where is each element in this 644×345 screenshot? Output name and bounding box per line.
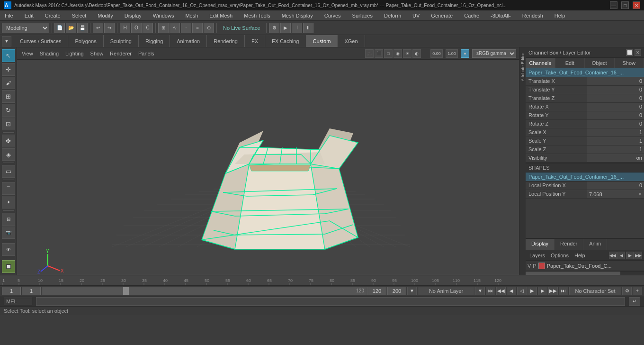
menu-create[interactable]: Create xyxy=(42,12,63,19)
menu-modify[interactable]: Modify xyxy=(95,12,116,19)
open-scene-button[interactable]: 📂 xyxy=(66,23,76,33)
timeline-numbers[interactable]: 1 5 10 15 20 25 30 35 40 45 50 xyxy=(0,275,644,285)
pb-dropdown-button[interactable]: ▼ xyxy=(407,287,417,295)
char-set-extra-button[interactable]: + xyxy=(633,287,642,295)
menu-mesh-tools[interactable]: Mesh Tools xyxy=(241,12,273,19)
universal-manip-button[interactable]: ✤ xyxy=(2,135,15,147)
marquee-button[interactable]: ▭ xyxy=(2,165,15,178)
channel-box-close-icon[interactable]: ✕ xyxy=(635,49,641,56)
redo-button[interactable]: ↪ xyxy=(104,23,115,33)
vt-view[interactable]: View xyxy=(20,50,35,57)
pb-step-back-button[interactable]: ◀ xyxy=(507,287,516,295)
vt-shading[interactable]: Shading xyxy=(38,50,61,57)
layer-render-button[interactable]: P xyxy=(533,263,536,269)
rotate-tool-button[interactable]: ↻ xyxy=(2,104,15,117)
vt-smooth-icon[interactable]: ◉ xyxy=(394,49,402,58)
snap-surface-button[interactable]: ≈ xyxy=(192,23,203,33)
cb-tab-show[interactable]: Show xyxy=(615,58,644,68)
menu-curves[interactable]: Curves xyxy=(322,12,344,19)
layer-color-swatch[interactable] xyxy=(538,263,545,269)
soft-manip-button[interactable]: ◈ xyxy=(2,148,15,161)
layers-nav-prev[interactable]: ◀ xyxy=(617,252,625,259)
snap-curve-button[interactable]: ∿ xyxy=(170,23,180,33)
pb-step-fwd-button[interactable]: ▶ xyxy=(538,287,547,295)
dt-anim-tab[interactable]: Anim xyxy=(583,239,607,250)
layers-nav-back[interactable]: ◀◀ xyxy=(609,252,617,259)
minimize-button[interactable]: — xyxy=(610,1,617,9)
cb-scale-x-value[interactable]: 1 xyxy=(587,128,644,136)
cb-tab-object[interactable]: Object xyxy=(585,58,615,68)
menu-display[interactable]: Display xyxy=(122,12,144,19)
attribute-editor-tab-label[interactable]: Attribute Editor xyxy=(520,51,525,83)
menu-cache[interactable]: Cache xyxy=(461,12,482,19)
select-by-hierarchy-button[interactable]: H xyxy=(120,23,130,33)
layers-scrollbar[interactable] xyxy=(526,271,644,275)
tab-xgen[interactable]: XGen xyxy=(338,35,365,47)
move-tool-button[interactable]: ✛ xyxy=(2,63,15,76)
render-button[interactable]: ▶ xyxy=(280,23,291,33)
select-by-component-button[interactable]: C xyxy=(143,23,153,33)
cb-translate-z-value[interactable]: 0 xyxy=(587,94,644,102)
scale-tool-button[interactable]: ⊡ xyxy=(2,118,15,130)
menu-mesh-display[interactable]: Mesh Display xyxy=(279,12,316,19)
cb-translate-x-value[interactable]: 0 xyxy=(587,77,644,85)
pause-render-button[interactable]: ⏸ xyxy=(303,23,313,33)
cb-tab-channels[interactable]: Channels xyxy=(526,58,555,68)
viewport-canvas[interactable]: X Y Z persp xyxy=(17,60,519,275)
camera-button[interactable]: 📷 xyxy=(2,227,15,239)
viewport[interactable]: View Shading Lighting Show Renderer Pane… xyxy=(17,47,519,275)
vt-shadow-icon[interactable]: ◐ xyxy=(412,49,421,58)
cb-tab-edit[interactable]: Edit xyxy=(555,58,585,68)
script-mode-button[interactable]: MEL xyxy=(4,298,32,305)
cb-scale-y-value[interactable]: 1 xyxy=(587,137,644,145)
vt-panels[interactable]: Panels xyxy=(136,50,156,57)
close-button[interactable]: ✕ xyxy=(633,1,640,9)
menu-mesh[interactable]: Mesh xyxy=(182,12,201,19)
dt-display-tab[interactable]: Display xyxy=(526,239,555,250)
shapes-object-name[interactable]: Paper_Take_Out_Food_Container_16_... xyxy=(526,172,644,182)
quick-layout-button[interactable]: 🔲 xyxy=(2,260,15,273)
anim-layer-selector[interactable]: No Anim Layer xyxy=(418,287,474,295)
playback-range-bar[interactable]: 120 xyxy=(42,287,367,295)
vt-mesh-icon[interactable]: ⬛ xyxy=(375,49,383,58)
layers-nav-fwd[interactable]: ▶▶ xyxy=(635,252,642,259)
maximize-button[interactable]: □ xyxy=(621,1,629,9)
cb-rotate-y-value[interactable]: 0 xyxy=(587,111,644,119)
vt-show[interactable]: Show xyxy=(89,50,106,57)
layers-scroll-thumb[interactable] xyxy=(526,272,620,275)
playback-range-thumb[interactable] xyxy=(123,287,129,295)
tab-custom[interactable]: Custom xyxy=(306,35,338,47)
cb-translate-y-value[interactable]: 0 xyxy=(587,86,644,94)
menu-uv[interactable]: UV xyxy=(410,12,422,19)
select-by-object-button[interactable]: O xyxy=(131,23,142,33)
tab-fx-caching[interactable]: FX Caching xyxy=(265,35,306,47)
layers-nav-next[interactable]: ▶ xyxy=(626,252,634,259)
end-frame-field[interactable] xyxy=(367,287,386,295)
pb-next-frame-button[interactable]: ▶▶ xyxy=(548,287,558,295)
cb-local-pos-x-value[interactable]: 0 xyxy=(587,182,644,190)
vt-camera-icon[interactable]: 🎥 xyxy=(365,49,374,58)
vt-lighting[interactable]: Lighting xyxy=(63,50,86,57)
cb-rotate-z-value[interactable]: 0 xyxy=(587,120,644,128)
layers-label[interactable]: Layers xyxy=(528,252,547,259)
pb-prev-frame-button[interactable]: ◀◀ xyxy=(496,287,506,295)
snap-live-button[interactable]: ⊙ xyxy=(204,23,214,33)
tab-polygons[interactable]: Polygons xyxy=(68,35,103,47)
pb-go-end-button[interactable]: ⏭ xyxy=(559,287,568,295)
vt-renderer[interactable]: Renderer xyxy=(108,50,134,57)
menu-edit-mesh[interactable]: Edit Mesh xyxy=(206,12,235,19)
tab-menu-button[interactable]: ▼ xyxy=(2,36,11,46)
current-frame-field[interactable] xyxy=(22,287,41,295)
tab-curves-surfaces[interactable]: Curves / Surfaces xyxy=(13,35,68,47)
mode-selector[interactable]: Modeling xyxy=(2,23,49,33)
vt-wireframe-icon[interactable]: □ xyxy=(384,49,393,58)
start-frame-field[interactable] xyxy=(2,287,21,295)
new-scene-button[interactable]: 📄 xyxy=(54,23,65,33)
menu-select[interactable]: Select xyxy=(69,12,89,19)
cb-local-pos-y-value[interactable]: 7.068 ▼ xyxy=(587,190,644,198)
pb-play-back-button[interactable]: ◁ xyxy=(517,287,527,295)
layer-visibility-button[interactable]: V xyxy=(528,263,531,269)
vt-light-icon[interactable]: ☀ xyxy=(403,49,411,58)
menu-rendesh[interactable]: Rendesh xyxy=(519,12,546,19)
snap-point-button[interactable]: · xyxy=(181,23,191,33)
